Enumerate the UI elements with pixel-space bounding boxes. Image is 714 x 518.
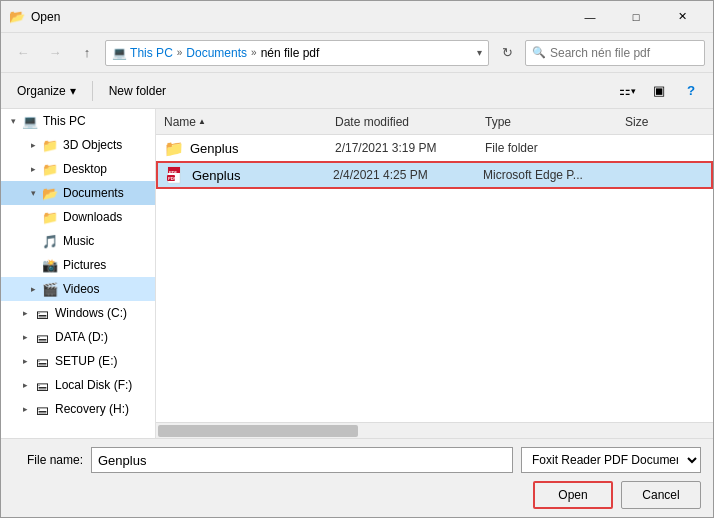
sidebar-item-documents[interactable]: ▾ 📂 Documents (1, 181, 155, 205)
main-content: ▾ 💻 This PC ▸ 📁 3D Objects ▸ 📁 Desktop ▾ (1, 109, 713, 438)
breadcrumb-dropdown-icon[interactable]: ▾ (477, 47, 482, 58)
open-button[interactable]: Open (533, 481, 613, 509)
title-bar: 📂 Open — □ ✕ (1, 1, 713, 33)
preview-pane-button[interactable]: ▣ (645, 78, 673, 104)
folder-videos-icon: 🎬 (41, 280, 59, 298)
minimize-button[interactable]: — (567, 1, 613, 33)
expand-recovery-h-icon: ▸ (17, 401, 33, 417)
sidebar-item-data-d[interactable]: ▸ 🖴 DATA (D:) (1, 325, 155, 349)
horizontal-scrollbar[interactable] (156, 422, 713, 438)
drive-c-icon: 🖴 (33, 304, 51, 322)
breadcrumb-documents[interactable]: Documents (186, 46, 247, 60)
close-button[interactable]: ✕ (659, 1, 705, 33)
expand-pictures-icon (25, 257, 41, 273)
breadcrumb-thispc[interactable]: 💻 This PC (112, 46, 173, 60)
dialog-title: Open (31, 10, 567, 24)
refresh-button[interactable]: ↻ (493, 39, 521, 67)
sidebar-item-downloads[interactable]: 📁 Downloads (1, 205, 155, 229)
svg-text:PDF: PDF (169, 170, 178, 175)
new-folder-button[interactable]: New folder (101, 78, 174, 104)
col-header-type[interactable]: Type (485, 115, 625, 129)
sidebar-label-windows-c: Windows (C:) (55, 306, 127, 320)
address-bar: ← → ↑ 💻 This PC » Documents » nén file p… (1, 33, 713, 73)
sidebar-label-pictures: Pictures (63, 258, 106, 272)
up-button[interactable]: ↑ (73, 39, 101, 67)
search-box[interactable]: 🔍 (525, 40, 705, 66)
expand-desktop-icon: ▸ (25, 161, 41, 177)
filename-input[interactable] (91, 447, 513, 473)
forward-button[interactable]: → (41, 39, 69, 67)
dialog-icon: 📂 (9, 9, 25, 25)
file-row-genplus-pdf[interactable]: PDF PDF Genplus 2/4/2021 4:25 PM Microso… (156, 161, 713, 189)
expand-data-d-icon: ▸ (17, 329, 33, 345)
breadcrumb-current: nén file pdf (261, 46, 320, 60)
sidebar-item-recovery-h[interactable]: ▸ 🖴 Recovery (H:) (1, 397, 155, 421)
folder-pictures-icon: 📸 (41, 256, 59, 274)
filename-label: File name: (13, 453, 83, 467)
sidebar-label-desktop: Desktop (63, 162, 107, 176)
sidebar-label-documents: Documents (63, 186, 124, 200)
breadcrumb-path: 💻 This PC » Documents » nén file pdf (112, 46, 319, 60)
svg-text:PDF: PDF (168, 176, 177, 181)
drive-h-icon: 🖴 (33, 400, 51, 418)
file-type-genplus-pdf: Microsoft Edge P... (483, 168, 623, 182)
drive-d-icon: 🖴 (33, 328, 51, 346)
help-icon: ? (687, 83, 695, 98)
sidebar-item-3dobjects[interactable]: ▸ 📁 3D Objects (1, 133, 155, 157)
sidebar-label-3dobjects: 3D Objects (63, 138, 122, 152)
folder-downloads-icon: 📁 (41, 208, 59, 226)
col-header-size[interactable]: Size (625, 115, 705, 129)
sidebar-label-music: Music (63, 234, 94, 248)
sidebar-item-thispc[interactable]: ▾ 💻 This PC (1, 109, 155, 133)
expand-thispc-icon: ▾ (5, 113, 21, 129)
cancel-button[interactable]: Cancel (621, 481, 701, 509)
drive-e-icon: 🖴 (33, 352, 51, 370)
file-name-genplus-folder: Genplus (190, 141, 335, 156)
file-list: 📁 Genplus 2/17/2021 3:19 PM File folder … (156, 135, 713, 422)
search-icon: 🔍 (532, 46, 546, 59)
sort-name-icon: ▲ (198, 117, 206, 126)
sidebar-label-recovery-h: Recovery (H:) (55, 402, 129, 416)
sidebar-label-local-disk-f: Local Disk (F:) (55, 378, 132, 392)
sidebar-item-setup-e[interactable]: ▸ 🖴 SETUP (E:) (1, 349, 155, 373)
back-button[interactable]: ← (9, 39, 37, 67)
filename-row: File name: Foxit Reader PDF Document (13, 447, 701, 473)
sidebar-item-videos[interactable]: ▸ 🎬 Videos (1, 277, 155, 301)
toolbar-right: ⚏ ▾ ▣ ? (613, 78, 705, 104)
sidebar: ▾ 💻 This PC ▸ 📁 3D Objects ▸ 📁 Desktop ▾ (1, 109, 156, 438)
organize-dropdown-icon: ▾ (70, 84, 76, 98)
search-input[interactable] (550, 46, 700, 60)
scroll-thumb[interactable] (158, 425, 358, 437)
sidebar-item-music[interactable]: 🎵 Music (1, 229, 155, 253)
filetype-select[interactable]: Foxit Reader PDF Document (521, 447, 701, 473)
col-header-name[interactable]: Name ▲ (164, 115, 335, 129)
help-button[interactable]: ? (677, 78, 705, 104)
breadcrumb-sep2: » (251, 47, 257, 58)
sidebar-item-desktop[interactable]: ▸ 📁 Desktop (1, 157, 155, 181)
file-row-genplus-folder[interactable]: 📁 Genplus 2/17/2021 3:19 PM File folder (156, 135, 713, 161)
file-date-genplus-folder: 2/17/2021 3:19 PM (335, 141, 485, 155)
sidebar-item-windows-c[interactable]: ▸ 🖴 Windows (C:) (1, 301, 155, 325)
folder-icon: 📁 (164, 138, 184, 158)
pdf-icon: PDF PDF (166, 165, 186, 185)
toolbar: Organize ▾ New folder ⚏ ▾ ▣ ? (1, 73, 713, 109)
maximize-button[interactable]: □ (613, 1, 659, 33)
sidebar-item-local-disk-f[interactable]: ▸ 🖴 Local Disk (F:) (1, 373, 155, 397)
view-options-button[interactable]: ⚏ ▾ (613, 78, 641, 104)
organize-button[interactable]: Organize ▾ (9, 78, 84, 104)
col-header-date[interactable]: Date modified (335, 115, 485, 129)
drive-f-icon: 🖴 (33, 376, 51, 394)
expand-documents-icon: ▾ (25, 185, 41, 201)
expand-music-icon (25, 233, 41, 249)
view-dropdown-icon: ▾ (631, 86, 636, 96)
pc-icon: 💻 (21, 112, 39, 130)
breadcrumb[interactable]: 💻 This PC » Documents » nén file pdf ▾ (105, 40, 489, 66)
folder-documents-icon: 📂 (41, 184, 59, 202)
folder-music-icon: 🎵 (41, 232, 59, 250)
expand-downloads-icon (25, 209, 41, 225)
sidebar-label-setup-e: SETUP (E:) (55, 354, 117, 368)
preview-icon: ▣ (653, 83, 665, 98)
expand-3dobjects-icon: ▸ (25, 137, 41, 153)
expand-videos-icon: ▸ (25, 281, 41, 297)
sidebar-item-pictures[interactable]: 📸 Pictures (1, 253, 155, 277)
